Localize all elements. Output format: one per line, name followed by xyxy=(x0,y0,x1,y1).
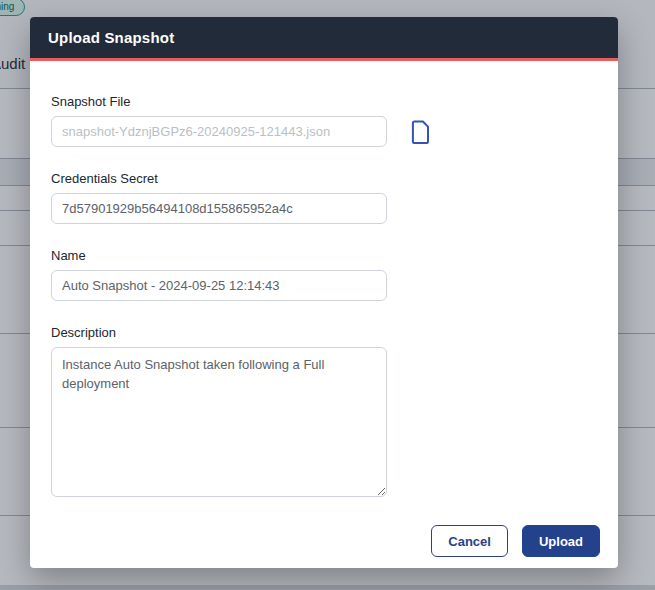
name-input[interactable] xyxy=(51,270,387,301)
snapshot-file-input[interactable] xyxy=(51,116,387,147)
upload-button[interactable]: Upload xyxy=(522,525,600,557)
modal-header: Upload Snapshot xyxy=(30,17,618,58)
document-icon xyxy=(411,120,430,144)
modal-title: Upload Snapshot xyxy=(48,29,174,46)
description-label: Description xyxy=(51,325,597,340)
credentials-secret-group: Credentials Secret xyxy=(51,171,597,224)
description-group: Description Instance Auto Snapshot taken… xyxy=(51,325,597,501)
snapshot-file-group: Snapshot File xyxy=(51,94,597,147)
file-picker-button[interactable] xyxy=(411,120,430,144)
modal-body: Snapshot File Credentials Secret Name xyxy=(30,61,618,525)
description-textarea[interactable]: Instance Auto Snapshot taken following a… xyxy=(51,347,387,497)
upload-snapshot-modal: Upload Snapshot Snapshot File Credential… xyxy=(30,17,618,568)
modal-footer: Cancel Upload xyxy=(30,525,618,578)
name-label: Name xyxy=(51,248,597,263)
credentials-secret-input[interactable] xyxy=(51,193,387,224)
snapshot-file-label: Snapshot File xyxy=(51,94,597,109)
credentials-secret-label: Credentials Secret xyxy=(51,171,597,186)
snapshot-file-row xyxy=(51,116,597,147)
cancel-button[interactable]: Cancel xyxy=(431,525,508,557)
name-group: Name xyxy=(51,248,597,301)
page: running Audit Log Upload Snapshot Snapsh… xyxy=(0,0,655,590)
